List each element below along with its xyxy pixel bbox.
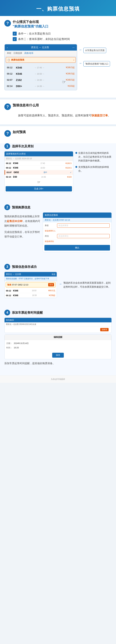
step2-passenger-row: 乘客 请选择乘客 (43, 222, 112, 229)
annotation-text-1: 火车票起售当日页面 (83, 48, 106, 53)
question-mark-3: ? (4, 130, 11, 137)
divider-1 (0, 98, 116, 100)
step2-desc-area: 预填的购票信息有效期截止到车次起售后30分钟，在有效期内可随时调整填写的信息。 … (4, 212, 41, 252)
question-mark-1: ? (4, 20, 11, 26)
section-2: ? 预填信息有什么用 旅客可提前选择乘车人、预选车次、预选席别。起售时旅客可快速… (0, 100, 116, 124)
step-2-title: 预填购票信息 (12, 205, 30, 210)
step-3-block: 3 预填信息保存成功 西安北 ↔ 北京西 筛选 预填信息提醒：07/07 已预选… (4, 264, 112, 298)
use-text-bold: 快速提交订单 (92, 114, 108, 117)
dialog-body: 日期： 2024年10月14日 时间： 19:20 (4, 340, 112, 351)
dialog-time-label: 时间： (6, 346, 12, 350)
step-4-layout: 首先购买 西安北→北京西 2024年10月14日出发 提醒我 编辑提醒 (4, 318, 112, 367)
step1-note-1-text: 仅显示当日未到起售时间的车次，当日已起售的车次可在余票列表页面中操作购票。 (78, 151, 112, 162)
section-3: ? 如何预填 (0, 126, 116, 143)
step2-desc-2: 完成信息预填后，在车次开售时请手动提交订单。 (4, 230, 41, 239)
arrow-left-icon-2: ← (79, 62, 82, 65)
step-4-section: 4 添加车票起售时间提醒 首先购买 西安北→北京西 2024年10月14日出发 … (0, 306, 116, 375)
step2-passenger-placeholder: 请选择乘客 (58, 224, 68, 226)
page-header: 一、购票信息预填 (0, 0, 116, 16)
step3-train-2[interactable]: 00:12 K546 16:50 ¥99.5元 (4, 288, 57, 293)
step-1-block: 1 选择车次及席别 选择预填的车次席别 西安北 → 北京西 2024-03-18… (4, 143, 112, 193)
step-num-4: 4 (4, 310, 10, 316)
step3-train-time-1: 12:13 (23, 284, 28, 286)
app-subbar-1: 单程 日期选择 高铁/动车 (5, 50, 77, 56)
step3-banner: 预填信息提醒：07/07 已预选车次，起售时可快速下单 (4, 276, 57, 281)
step3-highlight-train[interactable]: 预填 07:07 G652 12:13 置顶 (6, 282, 56, 288)
step3-top-badge: 置顶 (48, 283, 54, 286)
cursor-icon-2: ☞ (37, 180, 40, 184)
condition-2-text: 条件二：查询车票时，未到达当日起售时间 (18, 38, 70, 41)
step3-note-text: 预选的车次会在余票列表页面置顶显示，起到起售时间点时，可在余票页面快速提交订单。 (63, 281, 112, 289)
step-2-header: 2 预填购票信息 (4, 204, 112, 210)
train-row-2[interactable]: 00:12 K546 → 16:50 → ¥166.5起 (5, 71, 77, 77)
page-wrapper: 一、购票信息预填 ? 什么情况下会出现 "购票信息预填"功能入口 ✓ 条件一：在… (0, 0, 116, 383)
annotation-text-2: "购票信息预填"功能入口 (83, 61, 110, 66)
step-1-notes: 仅显示当日未到起售时间的车次，当日已起售的车次可在余票列表页面中操作购票。 支持… (75, 151, 112, 193)
step1-search-bar: 西安北 → 北京西 2024-03-18 (4, 156, 73, 161)
arrow-left-icon-3: ← (59, 281, 62, 287)
step4-left: 首先购买 西安北→北京西 2024年10月14日出发 提醒我 编辑提醒 (4, 318, 112, 367)
reminder-row-1: 西安北→北京西 2024年10月14日出发 (4, 322, 112, 326)
q3-title: 如何预填 (13, 130, 26, 134)
annotation-2-wrapper: ← "购票信息预填"功能入口 (79, 61, 112, 66)
step3-annotation: ← 预选的车次会在余票列表页面置顶显示，起到起售时间点时，可在余票页面快速提交订… (59, 272, 112, 298)
reminder-btn-wrap: 提醒我 (4, 326, 112, 333)
step1-note-2-text: 支持预选车次和席别的多种组合。 (78, 165, 112, 173)
blue-dot-2 (75, 166, 77, 168)
step1-train-1[interactable]: 00:12 K546 17:45 ¥166.5 (4, 161, 73, 166)
step3-header-bar: 西安北 ↔ 北京西 筛选 (4, 272, 57, 276)
step-num-3: 3 (4, 264, 10, 270)
step1-confirm-btn[interactable]: 完成 2/6+ (6, 186, 72, 192)
reminder-btn[interactable]: 提醒我 (100, 328, 109, 331)
step3-train-3[interactable]: 00:12 K546 16:50 ¥158起 (4, 293, 57, 298)
step2-form-header: 购票信息预填 (43, 212, 112, 218)
step-2-block: 2 预填购票信息 预填的购票信息有效期截止到车次起售后30分钟，在有效期内可随时… (4, 204, 112, 252)
step2-confirm-btn[interactable]: 确认 (44, 245, 110, 250)
conditions-list: ✓ 条件一：在火车票起售当日 ✓ 条件二：查询车票时，未到达当日起售时间 (13, 32, 112, 41)
blue-dot-1 (75, 152, 77, 154)
step2-subtitle-text: 西安北→北京西 07/07-12:13 (45, 219, 70, 221)
footer-text: 头条@市场题材 (51, 378, 65, 380)
step-2-layout: 预填的购票信息有效期截止到车次起售后30分钟，在有效期内可随时调整填写的信息。 … (4, 212, 112, 252)
reminder-header: 首先购买 (4, 318, 112, 322)
app-screenshot-1: ‹ 西安北 ↔ 北京西 ⋯ 单程 日期选择 高铁/动车 📋 购票信息预填 (4, 44, 77, 90)
step-1-section: 1 选择车次及席别 选择预填的车次席别 西安北 → 北京西 2024-03-18… (0, 143, 116, 201)
step-3-layout: 西安北 ↔ 北京西 筛选 预填信息提醒：07/07 已预选车次，起售时可快速下单… (4, 272, 112, 298)
step-4-header: 4 添加车票起售时间提醒 (4, 310, 112, 316)
condition-1: ✓ 条件一：在火车票起售当日 (13, 32, 112, 36)
step1-app-box: 选择预填的车次席别 西安北 → 北京西 2024-03-18 00:12 K54… (4, 151, 73, 193)
use-text-end: 。 (108, 114, 111, 117)
dialog-time-value: 19:20 (14, 346, 19, 350)
step1-train-4[interactable]: 02:14 D30 14:36 ¥103 (4, 175, 73, 179)
step1-note-1: 仅显示当日未到起售时间的车次，当日已起售的车次可在余票列表页面中操作购票。 (75, 151, 112, 162)
step3-filter: 筛选 (52, 273, 55, 276)
step2-passenger-tip: 请选择乘车人 (43, 229, 112, 233)
train-row-3[interactable]: 02:07 Z162 → 14:30 → ¥168.5起 (5, 77, 77, 83)
question-mark-2: ? (4, 104, 11, 110)
condition-2: ✓ 条件二：查询车票时，未到达当日起售时间 (13, 37, 112, 41)
step2-desc-1: 预填的购票信息有效期截止到车次起售后30分钟，在有效期内可随时调整填写的信息。 (4, 214, 41, 228)
step1-app-header: 选择预填的车次席别 (4, 152, 73, 156)
step2-time-highlight: 起售后30分钟 (7, 220, 22, 222)
step2-passenger-input[interactable]: 请选择乘客 (57, 224, 110, 228)
train-row-4[interactable]: 02:14 D90+ → 14:36 → ¥103起 (5, 83, 77, 89)
q2-block: ? 预填信息有什么用 (4, 103, 112, 110)
prefill-banner[interactable]: 📋 购票信息预填 › (6, 57, 76, 63)
app-box-1: ‹ 西安北 ↔ 北京西 ⋯ 单程 日期选择 高铁/动车 📋 购票信息预填 (4, 44, 77, 90)
step1-train-2[interactable]: 00:12 K546 16:50 ¥154.5 (4, 166, 73, 170)
dialog-date-label: 日期： (6, 342, 12, 345)
step3-train-no-1: 07:07 (12, 284, 17, 286)
step2-seat-label: 席别 (45, 235, 56, 238)
dialog-date-value: 2024年10月14日 (14, 342, 29, 345)
step2-seat-input[interactable]: 请选择席别 (57, 234, 110, 238)
step1-note-2: 支持预选车次和席别的多种组合。 (75, 165, 112, 173)
dialog-date-row: 日期： 2024年10月14日 (6, 342, 110, 345)
dialog-btn-row: 保存 (4, 351, 112, 359)
dialog-save-btn[interactable]: 保存 (52, 353, 64, 358)
step1-search-text: 西安北 → 北京西 2024-03-18 (6, 158, 32, 160)
train-row-1[interactable]: 00:12 K546 → 17:45 → ¥166.5起 (5, 64, 77, 71)
step3-arrow-annotation: ← 预选的车次会在余票列表页面置顶显示，起到起售时间点时，可在余票页面快速提交订… (59, 281, 112, 289)
reminder-header-text: 首先购买 (6, 319, 14, 321)
step1-train-3[interactable]: 03:07 G652 选中 ✓ (4, 170, 73, 175)
dialog-mockup: 编辑提醒 日期： 2024年10月14日 时间： 19:20 (4, 334, 112, 359)
